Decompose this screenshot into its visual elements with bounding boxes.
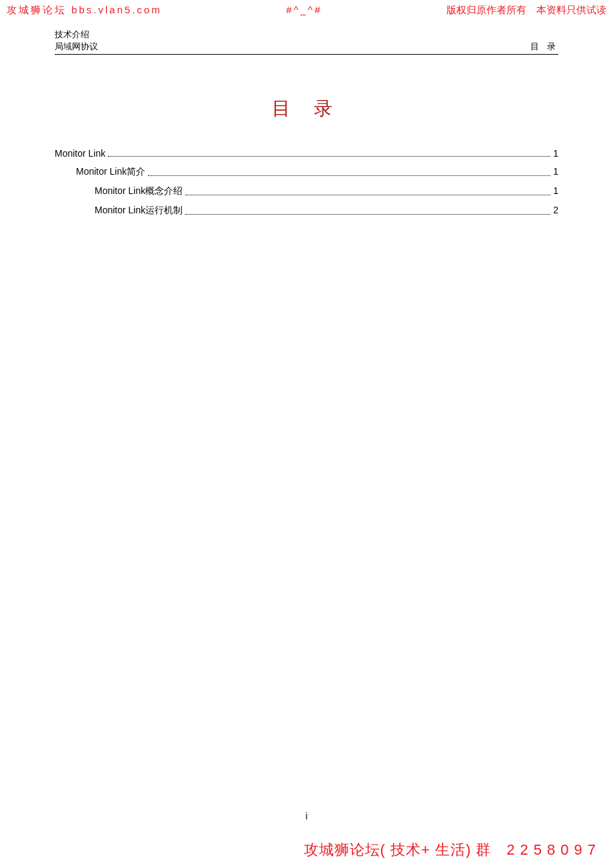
toc-entry[interactable]: Monitor Link简介 1 bbox=[55, 166, 558, 178]
watermark-bottom-text: 攻城狮论坛( 技术+ 生活) 群 bbox=[304, 841, 507, 858]
page-number: i bbox=[0, 811, 613, 821]
toc-page: 1 bbox=[553, 148, 558, 159]
header-line1: 技术介绍 bbox=[55, 29, 98, 41]
toc-leader bbox=[185, 195, 550, 195]
toc-list: Monitor Link 1 Monitor Link简介 1 Monitor … bbox=[55, 148, 558, 217]
toc-page: 1 bbox=[553, 166, 558, 177]
watermark-bottom: 攻城狮论坛( 技术+ 生活) 群 2258097 bbox=[304, 840, 602, 860]
watermark-bottom-num: 2258097 bbox=[506, 841, 601, 858]
watermark-right: 版权归原作者所有 本资料只供试读 bbox=[446, 4, 606, 17]
toc-entry[interactable]: Monitor Link运行机制 2 bbox=[55, 205, 558, 217]
toc-label: Monitor Link简介 bbox=[76, 166, 145, 178]
doc-header: 技术介绍 局域网协议 目 录 bbox=[55, 29, 558, 55]
doc-header-left: 技术介绍 局域网协议 bbox=[55, 29, 98, 53]
toc-leader bbox=[148, 175, 550, 176]
toc-label: Monitor Link运行机制 bbox=[95, 205, 183, 217]
header-line2: 局域网协议 bbox=[55, 41, 98, 53]
toc-entry[interactable]: Monitor Link概念介绍 1 bbox=[55, 185, 558, 197]
watermark-top: 攻城狮论坛 bbs.vlan5.com #^_^# 版权归原作者所有 本资料只供… bbox=[0, 0, 613, 17]
doc-header-right: 目 录 bbox=[530, 41, 558, 53]
toc-leader bbox=[108, 156, 550, 157]
toc-page: 2 bbox=[553, 205, 558, 215]
toc-entry[interactable]: Monitor Link 1 bbox=[55, 148, 558, 159]
toc-leader bbox=[185, 214, 550, 215]
watermark-left: 攻城狮论坛 bbs.vlan5.com bbox=[7, 4, 162, 17]
toc-label: Monitor Link bbox=[55, 148, 105, 159]
toc-label: Monitor Link概念介绍 bbox=[95, 185, 183, 197]
page-body: 技术介绍 局域网协议 目 录 目 录 Monitor Link 1 Monito… bbox=[0, 29, 613, 217]
toc-title: 目 录 bbox=[55, 96, 558, 121]
toc-page: 1 bbox=[553, 185, 558, 196]
watermark-center: #^_^# bbox=[286, 4, 322, 17]
